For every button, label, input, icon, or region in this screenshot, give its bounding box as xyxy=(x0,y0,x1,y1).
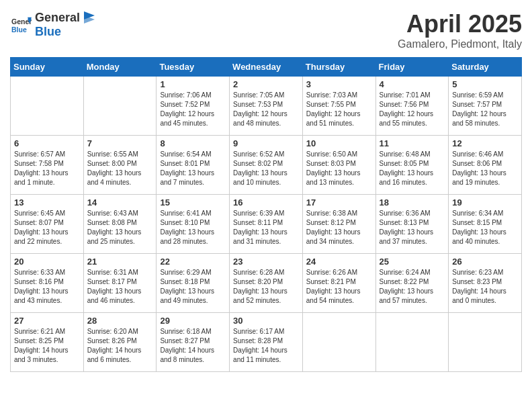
cell-info-text: Sunrise: 6:23 AM Sunset: 8:23 PM Dayligh… xyxy=(452,268,518,306)
cell-info-text: Sunrise: 6:38 AM Sunset: 8:12 PM Dayligh… xyxy=(306,209,372,246)
cell-day-number: 27 xyxy=(14,316,80,326)
title-section: April 2025 Gamalero, Piedmont, Italy xyxy=(398,10,522,50)
cell-day-number: 14 xyxy=(87,197,153,208)
cell-info-text: Sunrise: 6:36 AM Sunset: 8:13 PM Dayligh… xyxy=(380,209,445,246)
cell-day-number: 11 xyxy=(380,138,445,148)
cell-info-text: Sunrise: 6:45 AM Sunset: 8:07 PM Dayligh… xyxy=(14,209,80,246)
cell-info-text: Sunrise: 6:28 AM Sunset: 8:20 PM Dayligh… xyxy=(233,268,299,306)
cell-info-text: Sunrise: 6:24 AM Sunset: 8:22 PM Dayligh… xyxy=(380,268,445,306)
cell-day-number: 26 xyxy=(452,257,518,267)
cell-day-number: 9 xyxy=(233,138,299,148)
calendar-cell: 26Sunrise: 6:23 AM Sunset: 8:23 PM Dayli… xyxy=(449,254,522,313)
cell-info-text: Sunrise: 6:26 AM Sunset: 8:21 PM Dayligh… xyxy=(306,268,372,306)
calendar-cell: 30Sunrise: 6:17 AM Sunset: 8:28 PM Dayli… xyxy=(230,313,303,372)
calendar-cell: 10Sunrise: 6:50 AM Sunset: 8:03 PM Dayli… xyxy=(302,136,375,195)
cell-info-text: Sunrise: 6:55 AM Sunset: 8:00 PM Dayligh… xyxy=(87,150,153,187)
calendar-cell: 24Sunrise: 6:26 AM Sunset: 8:21 PM Dayli… xyxy=(302,254,375,313)
calendar-cell: 2Sunrise: 7:05 AM Sunset: 7:53 PM Daylig… xyxy=(230,77,303,136)
logo-blue: Blue xyxy=(35,25,61,38)
cell-info-text: Sunrise: 6:21 AM Sunset: 8:25 PM Dayligh… xyxy=(14,327,80,365)
cell-day-number: 29 xyxy=(160,316,226,326)
calendar-cell: 11Sunrise: 6:48 AM Sunset: 8:05 PM Dayli… xyxy=(375,136,449,195)
week-row-1: 1Sunrise: 7:06 AM Sunset: 7:52 PM Daylig… xyxy=(11,77,522,136)
calendar-cell: 14Sunrise: 6:43 AM Sunset: 8:08 PM Dayli… xyxy=(83,195,157,254)
cell-info-text: Sunrise: 6:46 AM Sunset: 8:06 PM Dayligh… xyxy=(452,150,518,187)
calendar-cell: 21Sunrise: 6:31 AM Sunset: 8:17 PM Dayli… xyxy=(83,254,157,313)
calendar-cell: 13Sunrise: 6:45 AM Sunset: 8:07 PM Dayli… xyxy=(11,195,84,254)
weekday-header-row: Sunday Monday Tuesday Wednesday Thursday… xyxy=(11,58,522,77)
header-friday: Friday xyxy=(375,58,449,77)
cell-day-number: 6 xyxy=(14,138,80,148)
cell-info-text: Sunrise: 6:50 AM Sunset: 8:03 PM Dayligh… xyxy=(306,150,372,187)
calendar-cell: 12Sunrise: 6:46 AM Sunset: 8:06 PM Dayli… xyxy=(449,136,522,195)
calendar-cell xyxy=(449,313,522,372)
calendar-cell: 27Sunrise: 6:21 AM Sunset: 8:25 PM Dayli… xyxy=(11,313,84,372)
cell-day-number: 24 xyxy=(306,257,372,267)
cell-day-number: 4 xyxy=(380,79,445,89)
cell-info-text: Sunrise: 6:18 AM Sunset: 8:27 PM Dayligh… xyxy=(160,327,226,365)
calendar-cell xyxy=(11,77,84,136)
cell-info-text: Sunrise: 7:06 AM Sunset: 7:52 PM Dayligh… xyxy=(160,91,226,128)
week-row-4: 20Sunrise: 6:33 AM Sunset: 8:16 PM Dayli… xyxy=(11,254,522,313)
cell-day-number: 17 xyxy=(306,197,372,208)
cell-day-number: 23 xyxy=(233,257,299,267)
calendar-cell: 19Sunrise: 6:34 AM Sunset: 8:15 PM Dayli… xyxy=(449,195,522,254)
calendar-cell: 5Sunrise: 6:59 AM Sunset: 7:57 PM Daylig… xyxy=(449,77,522,136)
logo-general: General xyxy=(35,11,80,25)
calendar-title: April 2025 xyxy=(398,10,522,38)
calendar-cell: 18Sunrise: 6:36 AM Sunset: 8:13 PM Dayli… xyxy=(375,195,449,254)
cell-info-text: Sunrise: 6:29 AM Sunset: 8:18 PM Dayligh… xyxy=(160,268,226,306)
cell-info-text: Sunrise: 6:43 AM Sunset: 8:08 PM Dayligh… xyxy=(87,209,153,246)
cell-day-number: 7 xyxy=(87,138,153,148)
cell-info-text: Sunrise: 7:01 AM Sunset: 7:56 PM Dayligh… xyxy=(380,91,445,128)
week-row-2: 6Sunrise: 6:57 AM Sunset: 7:58 PM Daylig… xyxy=(11,136,522,195)
calendar-cell xyxy=(375,313,449,372)
cell-day-number: 21 xyxy=(87,257,153,267)
cell-info-text: Sunrise: 6:20 AM Sunset: 8:26 PM Dayligh… xyxy=(87,327,153,365)
cell-info-text: Sunrise: 6:41 AM Sunset: 8:10 PM Dayligh… xyxy=(160,209,226,246)
calendar-cell: 28Sunrise: 6:20 AM Sunset: 8:26 PM Dayli… xyxy=(83,313,157,372)
cell-day-number: 20 xyxy=(14,257,80,267)
calendar-cell: 20Sunrise: 6:33 AM Sunset: 8:16 PM Dayli… xyxy=(11,254,84,313)
cell-info-text: Sunrise: 6:54 AM Sunset: 8:01 PM Dayligh… xyxy=(160,150,226,187)
logo: General Blue General Blue xyxy=(10,10,97,39)
cell-day-number: 18 xyxy=(380,197,445,208)
cell-info-text: Sunrise: 6:59 AM Sunset: 7:57 PM Dayligh… xyxy=(452,91,518,128)
header-sunday: Sunday xyxy=(11,58,84,77)
cell-info-text: Sunrise: 6:39 AM Sunset: 8:11 PM Dayligh… xyxy=(233,209,299,246)
calendar-cell: 3Sunrise: 7:03 AM Sunset: 7:55 PM Daylig… xyxy=(302,77,375,136)
cell-day-number: 28 xyxy=(87,316,153,326)
cell-day-number: 10 xyxy=(306,138,372,148)
cell-day-number: 3 xyxy=(306,79,372,89)
header-saturday: Saturday xyxy=(449,58,522,77)
cell-info-text: Sunrise: 6:57 AM Sunset: 7:58 PM Dayligh… xyxy=(14,150,80,187)
cell-day-number: 22 xyxy=(160,257,226,267)
calendar-cell: 9Sunrise: 6:52 AM Sunset: 8:02 PM Daylig… xyxy=(230,136,303,195)
cell-info-text: Sunrise: 7:05 AM Sunset: 7:53 PM Dayligh… xyxy=(233,91,299,128)
calendar-cell: 16Sunrise: 6:39 AM Sunset: 8:11 PM Dayli… xyxy=(230,195,303,254)
cell-info-text: Sunrise: 6:31 AM Sunset: 8:17 PM Dayligh… xyxy=(87,268,153,306)
cell-info-text: Sunrise: 6:48 AM Sunset: 8:05 PM Dayligh… xyxy=(380,150,445,187)
calendar-subtitle: Gamalero, Piedmont, Italy xyxy=(398,38,522,50)
calendar-cell xyxy=(83,77,157,136)
calendar-cell: 6Sunrise: 6:57 AM Sunset: 7:58 PM Daylig… xyxy=(11,136,84,195)
cell-info-text: Sunrise: 6:52 AM Sunset: 8:02 PM Dayligh… xyxy=(233,150,299,187)
cell-day-number: 13 xyxy=(14,197,80,208)
calendar-cell: 7Sunrise: 6:55 AM Sunset: 8:00 PM Daylig… xyxy=(83,136,157,195)
cell-day-number: 12 xyxy=(452,138,518,148)
week-row-5: 27Sunrise: 6:21 AM Sunset: 8:25 PM Dayli… xyxy=(11,313,522,372)
cell-info-text: Sunrise: 7:03 AM Sunset: 7:55 PM Dayligh… xyxy=(306,91,372,128)
cell-info-text: Sunrise: 6:33 AM Sunset: 8:16 PM Dayligh… xyxy=(14,268,80,306)
cell-day-number: 15 xyxy=(160,197,226,208)
svg-text:Blue: Blue xyxy=(11,25,27,33)
calendar-cell: 1Sunrise: 7:06 AM Sunset: 7:52 PM Daylig… xyxy=(157,77,230,136)
calendar-cell: 15Sunrise: 6:41 AM Sunset: 8:10 PM Dayli… xyxy=(157,195,230,254)
header-monday: Monday xyxy=(83,58,157,77)
cell-day-number: 19 xyxy=(452,197,518,208)
calendar-cell: 25Sunrise: 6:24 AM Sunset: 8:22 PM Dayli… xyxy=(375,254,449,313)
header-wednesday: Wednesday xyxy=(230,58,303,77)
calendar-cell xyxy=(302,313,375,372)
cell-day-number: 16 xyxy=(233,197,299,208)
calendar-cell: 22Sunrise: 6:29 AM Sunset: 8:18 PM Dayli… xyxy=(157,254,230,313)
header-thursday: Thursday xyxy=(302,58,375,77)
